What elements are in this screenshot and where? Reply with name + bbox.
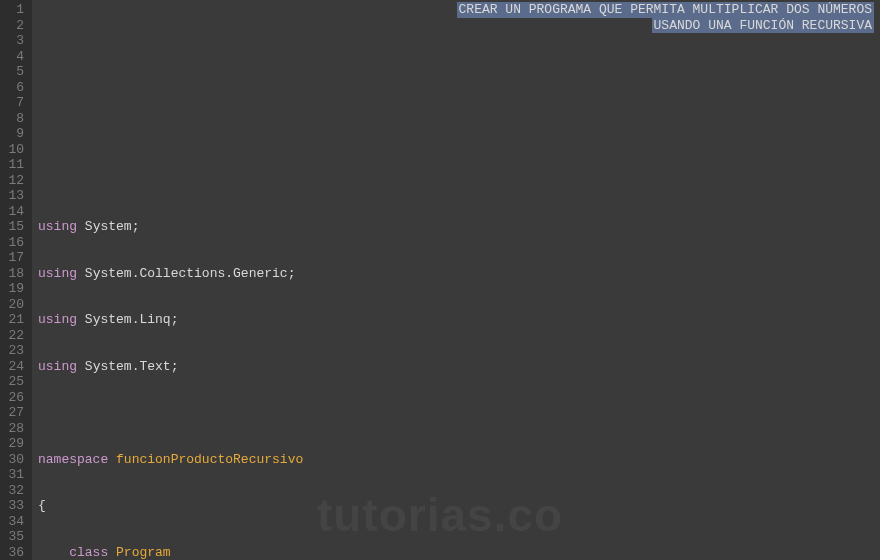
code-line[interactable]: using System; [38, 219, 880, 235]
line-number: 24 [6, 359, 24, 375]
line-number: 10 [6, 142, 24, 158]
line-number: 32 [6, 483, 24, 499]
code-area[interactable]: CREAR UN PROGRAMA QUE PERMITA MULTIPLICA… [32, 0, 880, 560]
line-number: 21 [6, 312, 24, 328]
line-number-gutter: 1234567891011121314151617181920212223242… [0, 0, 32, 560]
code-line[interactable]: using System.Linq; [38, 312, 880, 328]
line-number: 26 [6, 390, 24, 406]
line-number: 11 [6, 157, 24, 173]
line-number: 7 [6, 95, 24, 111]
line-number: 29 [6, 436, 24, 452]
line-number: 13 [6, 188, 24, 204]
line-number: 12 [6, 173, 24, 189]
code-line[interactable] [38, 80, 880, 96]
code-line[interactable]: using System.Text; [38, 359, 880, 375]
line-number: 19 [6, 281, 24, 297]
code-editor[interactable]: 1234567891011121314151617181920212223242… [0, 0, 880, 560]
line-number: 27 [6, 405, 24, 421]
selected-text-line1[interactable]: CREAR UN PROGRAMA QUE PERMITA MULTIPLICA… [457, 2, 874, 18]
line-number: 2 [6, 18, 24, 34]
line-number: 4 [6, 49, 24, 65]
line-number: 8 [6, 111, 24, 127]
line-number: 33 [6, 498, 24, 514]
code-line[interactable]: using System.Collections.Generic; [38, 266, 880, 282]
code-line[interactable]: class Program [38, 545, 880, 561]
line-number: 16 [6, 235, 24, 251]
code-line[interactable]: namespace funcionProductoRecursivo [38, 452, 880, 468]
line-number: 22 [6, 328, 24, 344]
selected-text-line2[interactable]: USANDO UNA FUNCIÓN RECURSIVA [652, 18, 874, 34]
line-number: 35 [6, 529, 24, 545]
line-number: 18 [6, 266, 24, 282]
line-number: 36 [6, 545, 24, 561]
line-number: 6 [6, 80, 24, 96]
line-number: 17 [6, 250, 24, 266]
line-number: 1 [6, 2, 24, 18]
line-number: 20 [6, 297, 24, 313]
code-line[interactable]: { [38, 498, 880, 514]
line-number: 25 [6, 374, 24, 390]
line-number: 15 [6, 219, 24, 235]
line-number: 5 [6, 64, 24, 80]
code-line[interactable] [38, 126, 880, 142]
line-number: 34 [6, 514, 24, 530]
line-number: 3 [6, 33, 24, 49]
code-line[interactable] [38, 173, 880, 189]
line-number: 31 [6, 467, 24, 483]
code-line[interactable] [38, 405, 880, 421]
line-number: 30 [6, 452, 24, 468]
line-number: 23 [6, 343, 24, 359]
line-number: 28 [6, 421, 24, 437]
line-number: 9 [6, 126, 24, 142]
line-number: 14 [6, 204, 24, 220]
